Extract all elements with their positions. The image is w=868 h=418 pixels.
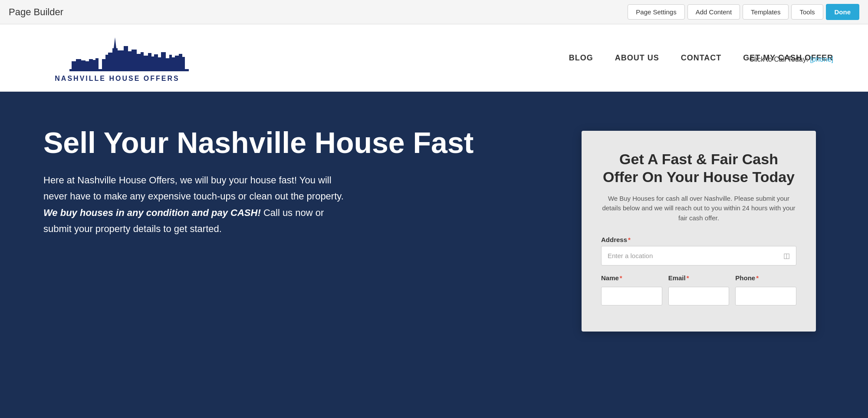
form-row-inputs [601,287,796,314]
svg-rect-9 [128,51,132,70]
svg-rect-6 [112,55,118,57]
address-placeholder: Enter a location [608,252,653,259]
svg-rect-11 [137,54,141,70]
nav-contact[interactable]: CONTACT [681,53,722,63]
svg-rect-32 [69,69,189,71]
svg-rect-14 [148,53,151,70]
svg-marker-4 [114,37,116,48]
svg-rect-31 [72,61,76,70]
svg-rect-27 [89,59,93,70]
nav-about-us[interactable]: ABOUT US [615,53,659,63]
page-title: Page Builder [9,7,63,18]
templates-button[interactable]: Templates [743,4,789,20]
hero-body-part1: Here at Nashville House Offers, we will … [43,175,344,202]
address-input[interactable]: Enter a location ◫ [601,246,796,265]
email-label-col: Email* [668,274,730,284]
hero-left: Sell Your Nashville House Fast Here at N… [0,92,564,418]
logo-text: NASHVILLE HOUSE OFFERS [55,75,179,83]
svg-rect-20 [169,55,172,70]
form-card-subtitle: We Buy Houses for cash all over Nashvill… [601,194,796,223]
hero-heading: Sell Your Nashville House Fast [43,126,534,159]
hero-body-italic: We buy houses in any condition and pay C… [43,207,261,218]
phone-input[interactable] [735,287,796,305]
phone-label-col: Phone* [735,274,796,284]
form-card: Get A Fast & Fair Cash Offer On Your Hou… [582,131,816,332]
add-content-button[interactable]: Add Content [687,4,740,20]
call-bar-label: Click to Call Today: [749,56,808,63]
svg-rect-22 [175,56,179,70]
svg-rect-18 [161,52,166,70]
svg-rect-10 [132,50,137,70]
nav-blog[interactable]: BLOG [569,53,593,63]
logo-svg [35,33,200,72]
tools-button[interactable]: Tools [791,4,823,20]
svg-rect-24 [182,57,185,70]
svg-rect-15 [151,56,154,70]
name-input[interactable] [601,287,662,305]
hero-body: Here at Nashville House Offers, we will … [43,172,347,237]
page-settings-button[interactable]: Page Settings [628,4,684,20]
form-row-labels: Name* Email* Phone* [601,274,796,284]
svg-rect-21 [172,57,175,70]
phone-input-col [735,287,796,314]
svg-rect-7 [118,50,124,70]
done-button[interactable]: Done [826,4,860,20]
svg-rect-26 [92,60,96,70]
hero-section: Sell Your Nashville House Fast Here at N… [0,92,868,418]
svg-rect-13 [144,56,148,70]
hero-right: Get A Fast & Fair Cash Offer On Your Hou… [564,109,833,411]
svg-rect-17 [158,57,161,70]
email-input-col [668,287,730,314]
svg-rect-29 [81,60,85,70]
toolbar-buttons: Page Settings Add Content Templates Tool… [628,4,859,20]
svg-rect-25 [95,58,99,70]
svg-rect-0 [102,59,105,70]
form-card-title: Get A Fast & Fair Cash Offer On Your Hou… [601,150,796,186]
svg-rect-5 [114,48,116,55]
svg-rect-23 [179,54,182,70]
svg-rect-28 [85,61,89,70]
call-bar-phone[interactable]: [phone] [810,56,833,63]
location-icon: ◫ [783,252,790,260]
name-label-col: Name* [601,274,662,284]
address-label: Address* [601,236,796,243]
svg-rect-19 [166,58,169,70]
call-bar: Click to Call Today: [phone] [749,56,833,63]
email-input[interactable] [668,287,730,305]
logo-area: NASHVILLE HOUSE OFFERS [35,33,200,83]
name-input-col [601,287,662,314]
toolbar: Page Builder Page Settings Add Content T… [0,0,868,24]
site-header: NASHVILLE HOUSE OFFERS BLOG ABOUT US CON… [0,24,868,92]
website-preview: Click to Call Today: [phone] [0,24,868,418]
svg-rect-12 [141,52,144,70]
svg-rect-2 [108,53,112,70]
svg-rect-8 [124,46,128,70]
svg-rect-30 [76,59,81,70]
svg-rect-1 [105,55,108,70]
svg-rect-16 [154,54,158,70]
